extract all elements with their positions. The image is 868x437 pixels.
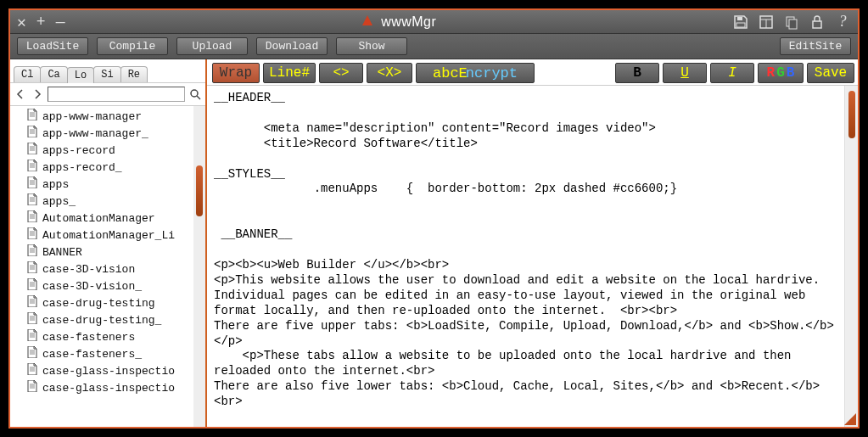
encrypt-label-left: abcE bbox=[433, 65, 468, 81]
color-r: R bbox=[767, 65, 776, 81]
file-icon bbox=[27, 143, 37, 158]
file-icon bbox=[27, 193, 37, 209]
show-button[interactable]: Show bbox=[336, 37, 407, 55]
add-window-icon[interactable]: + bbox=[36, 14, 46, 31]
editor-scroll-thumb[interactable] bbox=[848, 91, 855, 138]
file-label: AutomationManager_Li bbox=[42, 229, 175, 242]
file-icon bbox=[27, 363, 37, 378]
command-bar: LoadSite Compile Upload Download Show Ed… bbox=[10, 34, 858, 59]
bold-button[interactable]: B bbox=[615, 63, 659, 83]
file-label: case-fasteners bbox=[42, 331, 135, 344]
editor-textarea[interactable]: __HEADER__ <meta name="description" cont… bbox=[207, 86, 844, 427]
color-b: B bbox=[787, 65, 795, 81]
list-item[interactable]: case-drug-testing_ bbox=[10, 311, 193, 328]
underline-button[interactable]: U bbox=[663, 63, 707, 83]
help-icon[interactable]: ? bbox=[834, 14, 851, 30]
layout-icon[interactable] bbox=[758, 14, 775, 30]
file-label: case-drug-testing bbox=[42, 297, 155, 310]
list-item[interactable]: case-3D-vision bbox=[10, 261, 193, 277]
resize-grip-icon[interactable] bbox=[844, 413, 856, 425]
tab-cache[interactable]: Ca bbox=[40, 66, 67, 82]
file-label: app-www-manager bbox=[42, 110, 142, 123]
sidebar-scrollbar[interactable] bbox=[193, 106, 205, 427]
list-item[interactable]: AutomationManager bbox=[10, 210, 193, 227]
editor-save-button[interactable]: Save bbox=[807, 63, 854, 83]
file-label: case-3D-vision bbox=[42, 263, 135, 276]
tab-local[interactable]: Lo bbox=[67, 67, 94, 83]
file-label: apps-record_ bbox=[42, 161, 122, 174]
list-item[interactable]: case-glass-inspectio bbox=[10, 379, 193, 396]
tag-button[interactable]: <> bbox=[319, 63, 363, 83]
file-icon bbox=[27, 295, 37, 311]
svg-line-9 bbox=[197, 96, 200, 99]
list-item[interactable]: apps-record bbox=[10, 142, 193, 159]
list-item[interactable]: AutomationManager_Li bbox=[10, 227, 193, 244]
save-icon[interactable] bbox=[732, 14, 749, 30]
upload-button[interactable]: Upload bbox=[176, 37, 248, 55]
sidebar-scroll-thumb[interactable] bbox=[196, 165, 203, 216]
file-icon bbox=[27, 380, 37, 395]
file-label: case-fasteners_ bbox=[42, 348, 142, 361]
list-item[interactable]: case-drug-testing bbox=[10, 294, 193, 311]
svg-point-8 bbox=[191, 90, 198, 97]
file-icon bbox=[27, 346, 37, 361]
tab-recent[interactable]: Re bbox=[120, 66, 148, 82]
xtag-button[interactable]: <X> bbox=[367, 63, 412, 83]
list-item[interactable]: app-www-manager_ bbox=[10, 125, 193, 142]
wrap-button[interactable]: Wrap bbox=[212, 63, 260, 83]
color-g: G bbox=[776, 65, 785, 81]
compile-button[interactable]: Compile bbox=[97, 37, 168, 55]
tab-sites[interactable]: Si bbox=[93, 66, 120, 82]
next-icon[interactable] bbox=[31, 87, 44, 101]
window-controls: ✕ + — bbox=[17, 13, 64, 31]
linenum-button[interactable]: Line# bbox=[263, 63, 316, 83]
file-icon bbox=[27, 278, 37, 294]
list-item[interactable]: apps bbox=[10, 176, 193, 193]
file-icon bbox=[27, 160, 37, 175]
app-title: wwwMgr bbox=[381, 14, 436, 30]
list-item[interactable]: case-glass-inspectio bbox=[10, 362, 193, 379]
file-icon bbox=[27, 312, 37, 328]
file-icon bbox=[27, 244, 37, 260]
close-icon[interactable]: ✕ bbox=[17, 13, 26, 31]
list-item[interactable]: case-3D-vision_ bbox=[10, 277, 193, 294]
file-label: apps-record bbox=[42, 144, 115, 157]
list-item[interactable]: app-www-manager bbox=[10, 108, 193, 125]
list-item[interactable]: BANNER bbox=[10, 244, 193, 261]
file-icon bbox=[27, 126, 37, 141]
file-label: app-www-manager_ bbox=[42, 127, 148, 140]
svg-rect-0 bbox=[737, 17, 742, 20]
encrypt-button[interactable]: abcEncrypt bbox=[416, 63, 535, 83]
list-item[interactable]: apps_ bbox=[10, 193, 193, 210]
minimize-icon[interactable]: — bbox=[56, 14, 65, 31]
download-button[interactable]: Download bbox=[256, 37, 328, 55]
svg-rect-6 bbox=[789, 20, 797, 29]
file-icon bbox=[27, 176, 37, 192]
search-icon[interactable] bbox=[188, 87, 202, 101]
list-item[interactable]: case-fasteners_ bbox=[10, 345, 193, 362]
svg-rect-7 bbox=[813, 21, 821, 28]
file-icon bbox=[27, 261, 37, 277]
file-icon bbox=[27, 329, 37, 345]
file-label: case-3D-vision_ bbox=[42, 280, 142, 293]
color-button[interactable]: R G B bbox=[758, 63, 804, 83]
list-item[interactable]: apps-record_ bbox=[10, 159, 193, 176]
file-list[interactable]: app-www-managerapp-www-manager_apps-reco… bbox=[10, 106, 193, 427]
sidebar: Cl Ca Lo Si Re app-www-managerapp-ww bbox=[10, 59, 207, 427]
editor-scrollbar[interactable] bbox=[844, 86, 858, 427]
file-label: apps bbox=[42, 178, 69, 191]
file-icon bbox=[27, 210, 37, 226]
prev-icon[interactable] bbox=[14, 87, 27, 101]
app-icon bbox=[361, 14, 374, 31]
lock-icon[interactable] bbox=[809, 14, 826, 30]
italic-button[interactable]: I bbox=[710, 63, 754, 83]
loadsite-button[interactable]: LoadSite bbox=[17, 37, 88, 55]
file-label: case-glass-inspectio bbox=[42, 365, 175, 378]
copy-icon[interactable] bbox=[783, 14, 800, 30]
sidebar-tabs: Cl Ca Lo Si Re bbox=[10, 59, 205, 83]
editor-toolbar: Wrap Line# <> <X> abcEncrypt B U I R G B… bbox=[207, 59, 858, 85]
search-input[interactable] bbox=[48, 87, 185, 102]
tab-cloud[interactable]: Cl bbox=[14, 66, 41, 82]
list-item[interactable]: case-fasteners bbox=[10, 328, 193, 345]
editsite-button[interactable]: EditSite bbox=[780, 37, 851, 55]
